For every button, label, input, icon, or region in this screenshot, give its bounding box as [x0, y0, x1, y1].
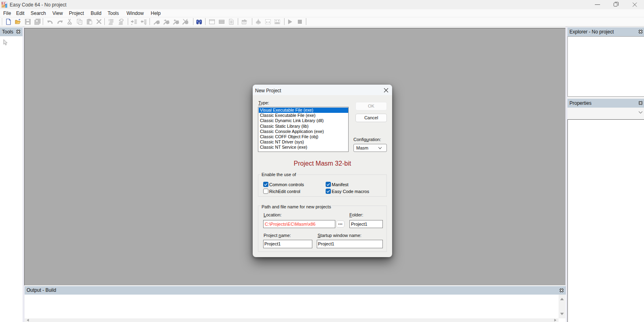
svg-text:EC: EC	[2, 1, 6, 5]
